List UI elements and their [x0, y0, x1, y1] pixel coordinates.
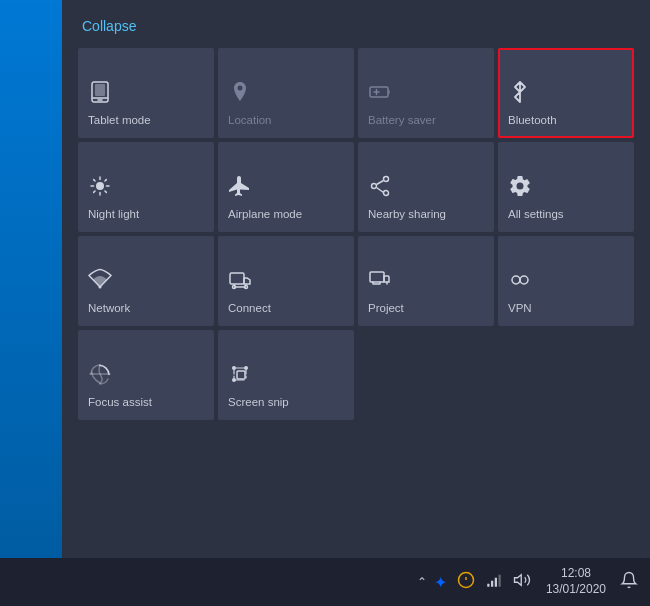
taskbar-clock[interactable]: 12:08 13/01/2020: [546, 566, 606, 597]
screen-snip-icon: [228, 362, 252, 390]
connect-label: Connect: [228, 302, 271, 316]
night-light-label: Night light: [88, 208, 139, 222]
svg-point-7: [372, 184, 377, 189]
svg-marker-27: [514, 575, 521, 586]
taskbar-date: 13/01/2020: [546, 582, 606, 598]
tile-nearby-sharing[interactable]: Nearby sharing: [358, 142, 494, 232]
svg-rect-26: [498, 575, 500, 587]
taskbar-notification-icon[interactable]: [616, 571, 642, 594]
vpn-label: VPN: [508, 302, 532, 316]
battery-saver-label: Battery saver: [368, 114, 436, 128]
svg-point-6: [384, 177, 389, 182]
tile-location[interactable]: Location: [218, 48, 354, 138]
tile-airplane-mode[interactable]: Airplane mode: [218, 142, 354, 232]
svg-rect-25: [495, 578, 497, 587]
taskbar: ⌃ ✦ 12:08 13/01/2020: [0, 558, 650, 606]
tile-vpn[interactable]: VPN: [498, 236, 634, 326]
tile-tablet-mode[interactable]: Tablet mode: [78, 48, 214, 138]
nearby-sharing-icon: [368, 174, 392, 202]
windows-update-icon[interactable]: [454, 571, 478, 593]
svg-rect-24: [491, 581, 493, 587]
taskbar-network-icon[interactable]: [482, 571, 506, 593]
taskbar-time: 12:08: [561, 566, 591, 582]
svg-rect-19: [237, 371, 245, 379]
focus-assist-icon: [88, 362, 112, 390]
system-tray-expand-icon[interactable]: ⌃: [417, 575, 427, 589]
vpn-icon: [508, 268, 532, 296]
airplane-mode-icon: [228, 174, 252, 202]
screen-snip-label: Screen snip: [228, 396, 289, 410]
tile-focus-assist[interactable]: Focus assist: [78, 330, 214, 420]
action-center: Collapse Tablet mode Location Battery sa…: [62, 0, 650, 606]
location-icon: [228, 80, 252, 108]
airplane-mode-label: Airplane mode: [228, 208, 302, 222]
tile-all-settings[interactable]: All settings: [498, 142, 634, 232]
taskbar-volume-icon[interactable]: [510, 571, 534, 593]
svg-rect-2: [95, 84, 105, 96]
svg-point-9: [99, 286, 102, 289]
sidebar: [0, 0, 62, 606]
focus-assist-label: Focus assist: [88, 396, 152, 410]
bluetooth-icon: [508, 80, 532, 108]
night-light-icon: [88, 174, 112, 202]
collapse-button[interactable]: Collapse: [62, 0, 156, 48]
all-settings-icon: [508, 174, 532, 202]
all-settings-label: All settings: [508, 208, 564, 222]
tile-bluetooth[interactable]: Bluetooth: [498, 48, 634, 138]
tile-connect[interactable]: Connect: [218, 236, 354, 326]
project-icon: [368, 268, 392, 296]
tile-battery-saver[interactable]: Battery saver: [358, 48, 494, 138]
tablet-mode-label: Tablet mode: [88, 114, 151, 128]
tile-night-light[interactable]: Night light: [78, 142, 214, 232]
tile-screen-snip[interactable]: Screen snip: [218, 330, 354, 420]
location-label: Location: [228, 114, 271, 128]
taskbar-system-tray: ⌃ ✦: [417, 571, 534, 593]
svg-rect-10: [230, 273, 244, 284]
nearby-sharing-label: Nearby sharing: [368, 208, 446, 222]
bluetooth-label: Bluetooth: [508, 114, 557, 128]
network-icon: [88, 268, 112, 296]
dropbox-icon[interactable]: ✦: [431, 573, 450, 592]
svg-point-5: [96, 182, 104, 190]
svg-rect-13: [370, 272, 384, 282]
project-label: Project: [368, 302, 404, 316]
svg-rect-23: [487, 584, 489, 587]
svg-rect-4: [388, 90, 390, 94]
tile-project[interactable]: Project: [358, 236, 494, 326]
tablet-mode-icon: [88, 80, 112, 108]
battery-saver-icon: [368, 80, 392, 108]
tile-network[interactable]: Network: [78, 236, 214, 326]
svg-point-8: [384, 191, 389, 196]
connect-icon: [228, 268, 252, 296]
tiles-grid: Tablet mode Location Battery saver Bluet…: [62, 48, 650, 420]
network-label: Network: [88, 302, 130, 316]
